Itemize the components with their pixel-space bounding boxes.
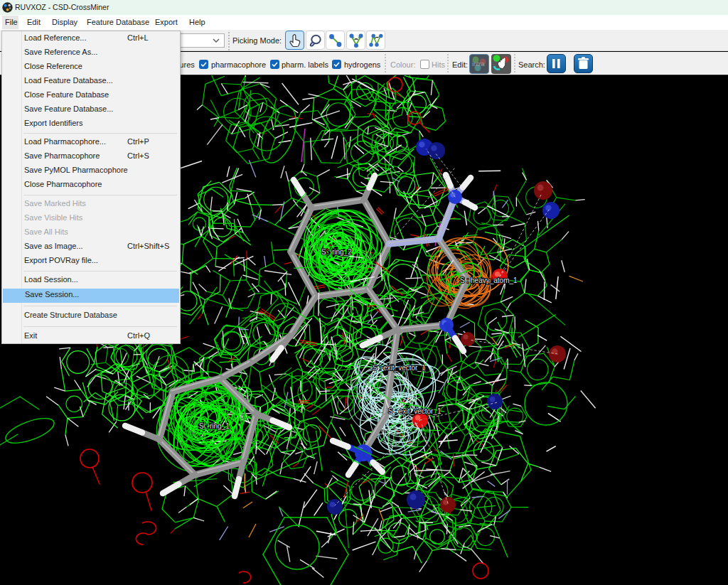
svg-text:intra: intra — [472, 60, 485, 68]
svg-text:S : exit_vector_1: S : exit_vector_1 — [373, 364, 426, 372]
svg-text:S : ring_2: S : ring_2 — [321, 248, 352, 256]
svg-text:S : exit_vector_1: S : exit_vector_1 — [388, 407, 441, 415]
svg-text:S : ring_1: S : ring_1 — [199, 422, 230, 430]
svg-text:S : heavy_atom_1: S : heavy_atom_1 — [460, 277, 518, 284]
